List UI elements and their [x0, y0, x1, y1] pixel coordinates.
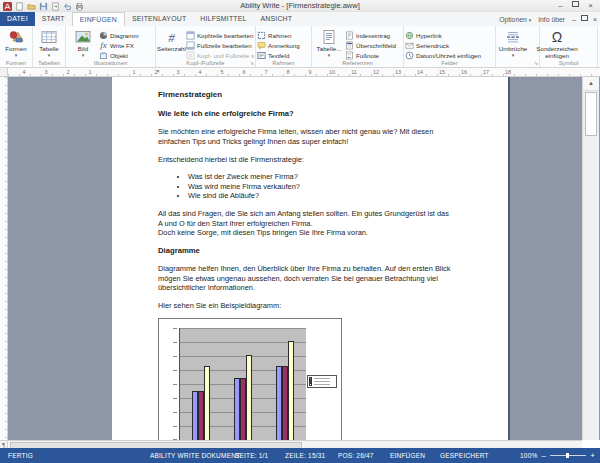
hyperlink-icon: [405, 31, 414, 40]
ribbon-button-tabelle[interactable]: Tabelle▾: [34, 27, 64, 57]
ribbon-button-bild[interactable]: Bild▾: [67, 27, 99, 57]
indent-marker[interactable]: ▼: [156, 68, 161, 74]
chevron-down-icon: ▾: [82, 53, 85, 57]
ribbon-button-label: Sonderzeichen einfügen: [536, 46, 577, 59]
ribbon-button-label: Seriendruck: [416, 42, 449, 49]
tab-datei[interactable]: DATEI: [0, 12, 35, 26]
ribbon-button-textfeld[interactable]: Textfeld: [257, 50, 300, 60]
vertical-scrollbar[interactable]: ▲: [582, 77, 599, 440]
ribbon-group-umbr-che: Umbrüche▾⇘: [496, 26, 540, 67]
mdi-minimize-icon[interactable]: –: [572, 16, 576, 23]
ruler-number: 2: [66, 69, 69, 75]
tab-einf-gen[interactable]: EINFÜGEN: [72, 12, 125, 26]
ribbon-button-label: Fußzeile bearbeiten: [197, 42, 252, 49]
chart-icon: [99, 31, 108, 40]
zoom-level: 100%: [520, 452, 537, 459]
ruler-number: 1: [132, 69, 135, 75]
ribbon-button-indexeintrag[interactable]: Indexeintrag: [345, 30, 396, 40]
document-area: Firmenstrategien Wie leite ich eine erfo…: [8, 77, 600, 440]
toc-icon: [321, 29, 337, 45]
ribbon-small-column: DiagrammfxWrite FXObjekt: [99, 27, 139, 60]
breaks-icon: [505, 29, 521, 45]
ribbon-button-diagramm[interactable]: Diagramm: [99, 30, 139, 40]
dialog-launcher-icon[interactable]: ⇘: [249, 61, 254, 66]
doc-bullet-item: Wie sind die Abläufe?: [188, 191, 454, 201]
zoom-slider-thumb[interactable]: [566, 453, 569, 458]
annotation-icon: [257, 41, 266, 50]
ribbon-button-tabelle[interactable]: Tabelle...▾: [313, 27, 345, 57]
page-number-icon: #: [163, 29, 179, 45]
tabrow-right: Optionen ▾ Info über – ×: [499, 12, 597, 26]
ribbon-button-label: Write FX: [110, 42, 134, 49]
shapes-icon: [8, 29, 24, 45]
ribbon-button-label: Diagramm: [110, 32, 139, 39]
ribbon-button-umbr-che[interactable]: Umbrüche▾: [497, 27, 529, 57]
ribbon-button-objekt[interactable]: Objekt: [99, 50, 139, 60]
ribbon-group-rahmen: RahmenAnmerkungTextfeldRahmen: [256, 26, 312, 67]
doc-paragraph: Sie möchten eine erfolgreiche Firma leit…: [158, 127, 454, 146]
heading-field-icon: [345, 41, 354, 50]
ribbon-button-label: Datum/Uhrzeit einfügen: [416, 52, 481, 59]
ribbon-button-fu-note[interactable]: Fußnote: [345, 50, 396, 60]
ruler-number: 6: [242, 69, 245, 75]
tab-start[interactable]: START: [35, 12, 72, 26]
doc-heading-diagramme: Diagramme: [158, 246, 454, 256]
ribbon-button-seitenzahl[interactable]: #Seitenzahl: [157, 27, 186, 53]
tab-seitenlayout[interactable]: SEITENLAYOUT: [125, 12, 193, 26]
y-tick: [173, 342, 177, 343]
ribbon-small-column: IndexeintragÜberschriftfeldFußnote: [345, 27, 396, 60]
embedded-bar-chart[interactable]: [158, 318, 342, 440]
ribbon-button-label: Überschriftfeld: [356, 42, 396, 49]
ribbon-button-kopfzeile-bearbeiten[interactable]: Kopfzeile bearbeiten: [186, 30, 254, 40]
zoom-out-button[interactable]: –: [541, 452, 546, 460]
close-icon[interactable]: ×: [583, 0, 598, 12]
zoom-slider[interactable]: [550, 455, 586, 456]
ribbon-group-label: Illustrationen: [66, 60, 155, 66]
y-tick: [173, 384, 177, 385]
ribbon-group-label: Kopf-/Fußzeile: [156, 60, 255, 66]
ribbon-button-label: Textfeld: [268, 52, 289, 59]
ribbon-button-datum-uhrzeit-einf-gen[interactable]: Datum/Uhrzeit einfügen: [405, 50, 481, 60]
ribbon-group-symbol: ΩSonderzeichen einfügenSymbol: [540, 26, 598, 67]
ribbon-button-berschriftfeld[interactable]: Überschriftfeld: [345, 40, 396, 50]
status-gespeichert: GESPEICHERT: [440, 452, 489, 459]
mdi-close-icon[interactable]: ×: [593, 16, 597, 23]
doc-bullet-item: Was wird meine Firma verkaufen?: [188, 182, 454, 192]
ribbon-group-label: Referenzen: [312, 60, 403, 66]
dialog-launcher-icon[interactable]: ⇘: [533, 61, 538, 66]
ribbon-button-label: Seitenzahl: [157, 46, 186, 53]
ribbon-button-hyperlink[interactable]: Hyperlink: [405, 30, 481, 40]
mdi-restore-icon[interactable]: [581, 15, 588, 23]
ribbon-button-rahmen[interactable]: Rahmen: [257, 30, 300, 40]
ruler-number: 4: [198, 69, 201, 75]
optionen-menu[interactable]: Optionen ▾: [499, 16, 531, 23]
doc-subtitle: Wie leite ich eine erfolgreiche Firma?: [158, 109, 454, 119]
horizontal-scrollbar[interactable]: ¶: [0, 440, 582, 448]
ribbon-button-fu-zeile-bearbeiten[interactable]: Fußzeile bearbeiten: [186, 40, 254, 50]
chart-plot-area: [179, 328, 306, 440]
ruler-number: 5: [220, 69, 223, 75]
textbox-icon: [257, 51, 266, 60]
ribbon-button-formen[interactable]: Formen▾: [1, 27, 31, 57]
ribbon-button-seriendruck[interactable]: Seriendruck: [405, 40, 481, 50]
vertical-ruler: [0, 77, 8, 440]
doc-title: Firmenstrategien: [158, 90, 454, 100]
tab-hilfsmittel[interactable]: HILFSMITTEL: [193, 12, 253, 26]
chevron-down-icon: ▾: [328, 53, 331, 57]
ribbon-button-anmerkung[interactable]: Anmerkung: [257, 40, 300, 50]
zoom-in-button[interactable]: +: [590, 452, 595, 460]
ribbon-small-column: RahmenAnmerkungTextfeld: [257, 27, 300, 60]
info-ueber-menu[interactable]: Info über: [538, 16, 565, 23]
maximize-icon[interactable]: [568, 0, 583, 12]
legend-entry: [309, 383, 335, 386]
tab-ansicht[interactable]: ANSICHT: [254, 12, 300, 26]
ribbon-button-sonderzeichen-einf-gen[interactable]: ΩSonderzeichen einfügen: [541, 27, 573, 59]
vertical-scroll-thumb[interactable]: [585, 92, 597, 136]
scroll-up-icon[interactable]: ▲: [583, 77, 599, 91]
chart-bar-3-2: [246, 355, 252, 440]
header-icon: [186, 31, 195, 40]
minimize-icon[interactable]: –: [553, 0, 568, 12]
document-page[interactable]: Firmenstrategien Wie leite ich eine erfo…: [112, 77, 510, 440]
ribbon-button-write-fx[interactable]: fxWrite FX: [99, 40, 139, 50]
fx-icon: fx: [99, 41, 108, 50]
